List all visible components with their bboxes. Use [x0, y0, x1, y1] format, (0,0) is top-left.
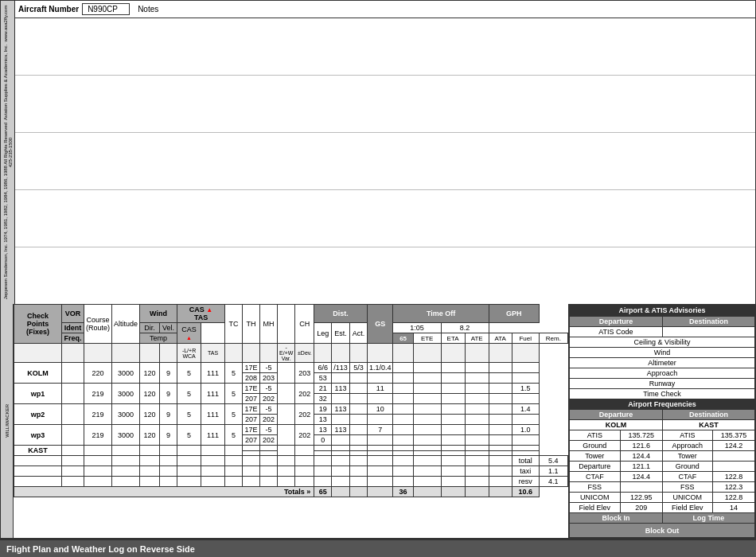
cas-wp3: 5	[177, 425, 201, 446]
ch-wp3: 202	[295, 425, 314, 446]
leg-kolm: 6/6	[314, 363, 332, 373]
tc-wp1: 5	[225, 384, 243, 404]
dist-header: Dist.	[314, 305, 368, 323]
e8	[225, 456, 243, 466]
ate-wp1-2	[441, 394, 465, 404]
eta-kolm	[413, 363, 441, 373]
g10	[260, 477, 278, 487]
fuel-wp3	[489, 425, 512, 435]
eta-header: ETA	[441, 333, 465, 344]
unicom-dest-label: UNICOM	[662, 493, 712, 503]
ate-wp2-2	[441, 415, 465, 425]
taxi-val: 1.1	[539, 466, 567, 477]
dir-kast	[140, 446, 160, 456]
tas-kast	[201, 446, 225, 456]
g8	[225, 477, 243, 487]
atis-dep-label: ATIS	[570, 430, 621, 441]
fuel-wp1-2	[489, 394, 512, 404]
ata-wp2	[465, 404, 489, 415]
g9	[243, 477, 260, 487]
act-wp2	[349, 404, 367, 415]
block-in-label: Block In	[570, 513, 663, 524]
act-sub	[349, 344, 367, 363]
fieldelev-dest-label: Field Elev	[662, 503, 712, 513]
taxi-label: taxi	[512, 466, 539, 477]
est-sub	[332, 344, 350, 363]
ete-wp3	[393, 425, 413, 435]
dir-kolm: 120	[140, 363, 160, 384]
vel-kolm: 9	[160, 363, 177, 384]
ete-sub	[393, 344, 413, 363]
leg-kolm-2: 53	[314, 373, 332, 384]
dir-wp2: 120	[140, 404, 160, 425]
ch-kolm: 203	[295, 363, 314, 384]
ctaf-dest-label: CTAF	[662, 472, 712, 482]
atis-dest-val: 135.375	[712, 430, 754, 441]
ate-wp1	[441, 384, 465, 394]
est-kolm-2	[332, 373, 350, 384]
ate-kolm-2	[441, 373, 465, 384]
approach-dest-label: Approach	[662, 441, 712, 451]
vel-sub	[160, 344, 177, 363]
leg-wp2: 19	[314, 404, 332, 415]
course-sub	[84, 344, 112, 363]
f6	[177, 466, 201, 477]
totals-row: Totals » 65 36 10.6	[14, 487, 568, 497]
eta-wp2	[413, 404, 441, 415]
header-line-1	[15, 18, 755, 76]
ete-wp3-2	[393, 435, 413, 446]
vel-wp2: 9	[160, 404, 177, 425]
resv-label: resv	[512, 477, 539, 487]
log-time-label: Log Time	[662, 513, 754, 524]
dir-wp1: 120	[140, 384, 160, 404]
e6	[177, 456, 201, 466]
rem-wp2-2	[512, 415, 539, 425]
g11	[278, 477, 295, 487]
gs-wp2-2	[367, 415, 393, 425]
ate-sub	[441, 344, 465, 363]
fuel-rem-header: Rem.	[539, 333, 567, 344]
tc-sub	[225, 344, 243, 363]
th-wp1-1: 17E	[243, 384, 260, 394]
act-wp1	[349, 384, 367, 394]
gph-header: GPH	[489, 305, 539, 323]
ata-kolm	[465, 363, 489, 373]
atis-dep-val: 135.725	[620, 430, 662, 441]
cas-wp1: 5	[177, 384, 201, 404]
leg-wp1: 21	[314, 384, 332, 394]
dep-freq-label: Departure	[570, 410, 663, 420]
ground-dep-label: Ground	[570, 441, 621, 451]
totals-label: Totals »	[14, 487, 314, 497]
gs-header: GS	[367, 305, 393, 344]
e1	[62, 456, 84, 466]
ate-wp3-2	[441, 435, 465, 446]
ete-wp2-2	[393, 415, 413, 425]
mh-wp2-1: -5	[260, 404, 278, 415]
main-table-area: Check Points(Fixes) VOR Course(Route) Al…	[14, 304, 568, 538]
ete-wp2	[393, 404, 413, 415]
e19	[441, 456, 465, 466]
ground-dep-val: 121.6	[620, 441, 662, 451]
f3	[112, 466, 140, 477]
g21	[489, 477, 512, 487]
cas-kolm: 5	[177, 363, 201, 384]
gs-kolm-2	[367, 373, 393, 384]
eta-wp1	[413, 384, 441, 394]
fuel-kolm	[489, 363, 512, 373]
eta-wp2-2	[413, 415, 441, 425]
g13	[314, 477, 332, 487]
tas-wp3: 111	[201, 425, 225, 446]
notes-label: Notes	[138, 5, 158, 14]
ata-header: ATA	[489, 333, 512, 344]
time-check-cell: Time Check	[570, 389, 755, 399]
e10	[260, 456, 278, 466]
table-row: total 5.4	[14, 456, 568, 466]
header-line-2	[15, 76, 755, 133]
ident-kolm	[62, 363, 84, 384]
gph-val-header: 8.2	[441, 323, 489, 333]
fix-wp2: wp2	[14, 404, 62, 425]
vel-wp3: 9	[160, 425, 177, 446]
f19	[441, 466, 465, 477]
dist-leg-header: Leg	[314, 323, 332, 344]
course-wp1: 219	[84, 384, 112, 404]
